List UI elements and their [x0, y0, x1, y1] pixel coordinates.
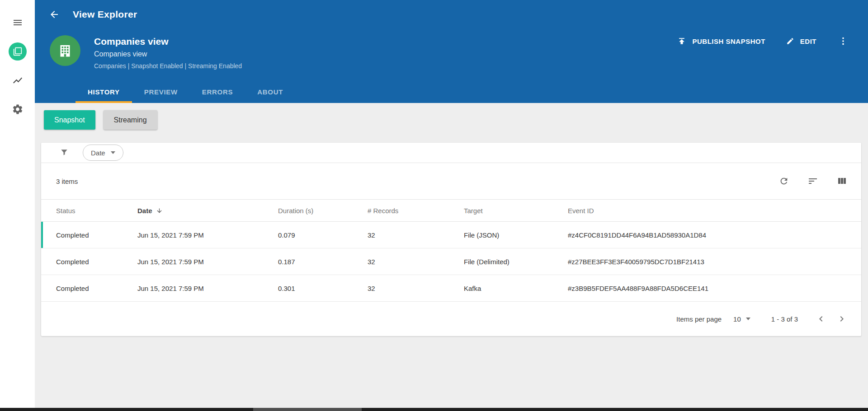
streaming-toggle-button[interactable]: Streaming	[104, 110, 157, 130]
building-avatar-icon	[57, 42, 73, 59]
tab-history[interactable]: HISTORY	[75, 81, 132, 103]
cell-duration: 0.301	[278, 285, 368, 292]
table-row[interactable]: Completed Jun 15, 2021 7:59 PM 0.301 32 …	[41, 275, 861, 302]
view-meta: Companies | Snapshot Enabled | Streaming…	[94, 62, 242, 70]
column-header-duration[interactable]: Duration (s)	[278, 207, 368, 215]
sort-lines-icon[interactable]	[807, 175, 819, 187]
cell-target: File (JSON)	[464, 231, 568, 239]
edit-pencil-icon	[786, 37, 794, 45]
date-filter-label: Date	[91, 149, 105, 157]
cell-date: Jun 15, 2021 7:59 PM	[137, 231, 278, 239]
refresh-icon[interactable]	[778, 175, 790, 187]
tab-bar: HISTORY PREVIEW ERRORS ABOUT	[75, 81, 295, 103]
tab-preview[interactable]: PREVIEW	[132, 81, 190, 103]
filter-row: Date	[41, 143, 861, 163]
cell-status: Completed	[56, 285, 137, 292]
view-title: Companies view	[94, 36, 242, 47]
cell-target: File (Delimited)	[464, 258, 568, 266]
cell-records: 32	[368, 258, 464, 266]
column-header-records[interactable]: # Records	[368, 207, 464, 215]
content: Snapshot Streaming Date 3 items	[35, 103, 868, 408]
items-per-page-value: 10	[733, 315, 741, 323]
settings-gear-icon[interactable]	[9, 100, 27, 118]
tab-errors[interactable]: ERRORS	[190, 81, 245, 103]
chevron-right-icon[interactable]	[836, 313, 848, 325]
publish-upload-icon	[677, 37, 686, 46]
cell-date: Jun 15, 2021 7:59 PM	[137, 285, 278, 292]
table-header-row: Status Date Duration (s) # Records Targe…	[41, 200, 861, 222]
back-arrow-icon[interactable]	[48, 9, 60, 20]
items-per-page-select[interactable]: 10	[733, 315, 750, 323]
header-actions: PUBLISH SNAPSHOT EDIT	[677, 35, 849, 47]
column-header-status[interactable]: Status	[56, 207, 137, 215]
page-header: View Explorer	[35, 0, 868, 103]
cell-records: 32	[368, 285, 464, 292]
date-filter-chip[interactable]: Date	[83, 145, 123, 161]
cell-event-id: #z27BEE3FF3E3F40059795DC7D1BF21413	[568, 258, 861, 266]
main-area: View Explorer	[35, 0, 868, 408]
column-header-target[interactable]: Target	[464, 207, 568, 215]
app-window: View Explorer	[0, 0, 868, 411]
page-range-label: 1 - 3 of 3	[771, 315, 798, 323]
column-header-date[interactable]: Date	[137, 207, 278, 215]
items-count-label: 3 items	[56, 177, 78, 185]
count-row: 3 items	[41, 163, 861, 200]
column-header-event-id[interactable]: Event ID	[568, 207, 861, 215]
chart-icon[interactable]	[9, 71, 27, 89]
edit-label: EDIT	[800, 37, 816, 45]
columns-icon[interactable]	[836, 175, 848, 187]
menu-icon[interactable]	[9, 14, 27, 32]
sidebar	[0, 0, 35, 408]
history-card: Date 3 items	[41, 143, 861, 336]
chevron-down-icon	[746, 318, 750, 320]
table-row[interactable]: Completed Jun 15, 2021 7:59 PM 0.187 32 …	[41, 248, 861, 275]
history-type-toggles: Snapshot Streaming	[44, 110, 861, 130]
cell-records: 32	[368, 231, 464, 239]
views-icon[interactable]	[9, 42, 27, 61]
publish-snapshot-label: PUBLISH SNAPSHOT	[692, 37, 765, 45]
app-title: View Explorer	[73, 9, 137, 20]
view-header-text: Companies view Companies view Companies …	[94, 35, 242, 70]
table-row[interactable]: Completed Jun 15, 2021 7:59 PM 0.079 32 …	[41, 222, 861, 248]
view-subtitle: Companies view	[94, 50, 242, 58]
topbar: View Explorer	[35, 0, 868, 29]
chevron-down-icon	[111, 151, 115, 154]
cell-status: Completed	[56, 258, 137, 266]
pagination: Items per page 10 1 - 3 of 3	[41, 302, 861, 336]
cell-event-id: #z3B9B5FDEF5AA488F9A88FDA5D6CEE141	[568, 285, 861, 292]
cell-date: Jun 15, 2021 7:59 PM	[137, 258, 278, 266]
cell-target: Kafka	[464, 285, 568, 292]
bottom-bar	[0, 408, 868, 411]
publish-snapshot-button[interactable]: PUBLISH SNAPSHOT	[677, 37, 765, 46]
edit-button[interactable]: EDIT	[786, 37, 816, 45]
cell-status: Completed	[56, 231, 137, 239]
kebab-menu-icon[interactable]	[837, 35, 849, 47]
bottom-bar-segment	[253, 408, 362, 411]
snapshot-toggle-button[interactable]: Snapshot	[44, 110, 95, 130]
sort-arrow-down-icon	[156, 207, 163, 214]
cell-duration: 0.187	[278, 258, 368, 266]
table-actions	[778, 175, 848, 187]
cell-duration: 0.079	[278, 231, 368, 239]
tab-about[interactable]: ABOUT	[245, 81, 295, 103]
items-per-page-label: Items per page	[676, 315, 722, 323]
cell-event-id: #z4CF0C8191DD44F6A94B1AD58930A1D84	[568, 231, 861, 239]
chevron-left-icon[interactable]	[815, 313, 827, 325]
filter-funnel-icon[interactable]	[60, 148, 69, 157]
avatar	[50, 35, 80, 66]
